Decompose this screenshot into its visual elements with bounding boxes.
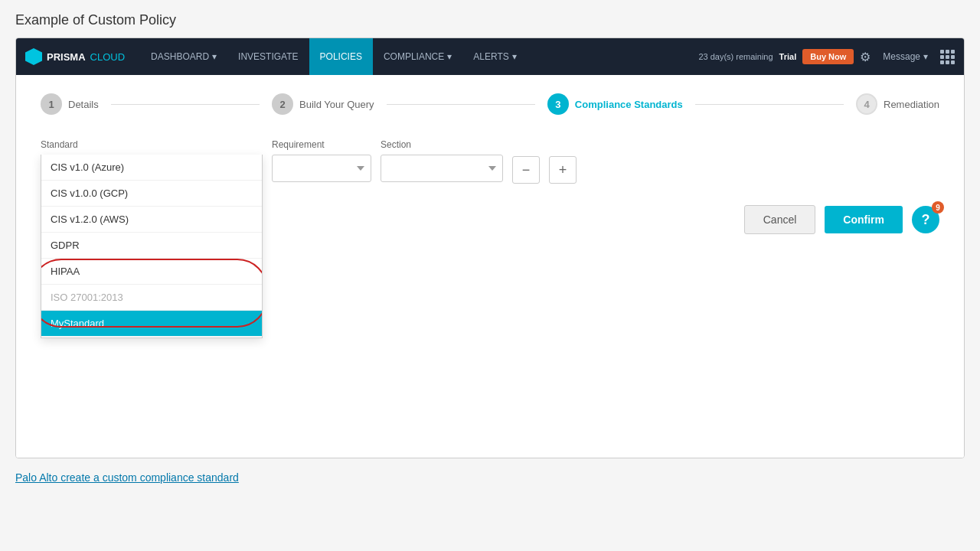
nav-chevron-compliance: ▾ bbox=[447, 51, 452, 62]
help-symbol: ? bbox=[922, 212, 930, 228]
dropdown-item-hipaa[interactable]: HIPAA bbox=[41, 259, 262, 285]
nav-label-policies: POLICIES bbox=[320, 51, 362, 62]
help-button[interactable]: ? 9 bbox=[912, 206, 939, 233]
add-row-button[interactable]: + bbox=[549, 156, 577, 184]
section-select[interactable] bbox=[381, 155, 503, 182]
bottom-link-area: Palo Alto create a custom compliance sta… bbox=[0, 458, 980, 497]
standard-label: Standard bbox=[41, 139, 263, 150]
standard-field-group: Standard ▲ CIS v1.0 (Azure) CIS v1.0.0 (… bbox=[41, 139, 263, 182]
requirement-label: Requirement bbox=[272, 139, 371, 150]
step-4-number: 4 bbox=[864, 99, 869, 110]
step-4-circle: 4 bbox=[856, 93, 877, 115]
section-label: Section bbox=[381, 139, 503, 150]
step-2-circle: 2 bbox=[272, 93, 293, 115]
requirement-field-group: Requirement bbox=[272, 139, 371, 182]
logo-icon bbox=[25, 48, 42, 65]
step-4: 4 Remediation bbox=[856, 93, 939, 115]
step-1-circle: 1 bbox=[41, 93, 62, 115]
logo-prisma-text: PRISMA bbox=[47, 51, 86, 63]
main-content: 1 Details 2 Build Your Query 3 Complianc… bbox=[16, 75, 964, 458]
step-2: 2 Build Your Query bbox=[272, 93, 374, 115]
step-3-number: 3 bbox=[555, 99, 560, 110]
step-2-number: 2 bbox=[279, 99, 285, 110]
username-text: Message bbox=[883, 51, 920, 62]
cancel-button[interactable]: Cancel bbox=[744, 205, 816, 234]
step-1-number: 1 bbox=[48, 99, 54, 110]
step-1-label: Details bbox=[68, 99, 99, 110]
standard-dropdown-list: CIS v1.0 (Azure) CIS v1.0.0 (GCP) CIS v1… bbox=[41, 155, 263, 338]
nav-item-compliance[interactable]: COMPLIANCE ▾ bbox=[373, 38, 462, 75]
step-line-1-2 bbox=[111, 104, 260, 105]
dropdown-item-nist[interactable]: NIST 800-53 Rev 4 bbox=[41, 337, 262, 338]
nav-item-investigate[interactable]: INVESTIGATE bbox=[227, 38, 309, 75]
dropdown-item-cis-azure[interactable]: CIS v1.0 (Azure) bbox=[41, 155, 262, 181]
nav-chevron-alerts: ▾ bbox=[512, 51, 517, 62]
nav-chevron-dashboard: ▾ bbox=[212, 51, 217, 62]
trial-area: 23 day(s) remaining Trial Buy Now bbox=[698, 49, 854, 64]
dropdown-item-gdpr[interactable]: GDPR bbox=[41, 233, 262, 259]
nav-item-alerts[interactable]: ALERTS ▾ bbox=[462, 38, 527, 75]
help-badge: 9 bbox=[932, 201, 944, 214]
step-3-circle: 3 bbox=[547, 93, 569, 115]
dropdown-item-mystandard[interactable]: MyStandard bbox=[41, 311, 262, 337]
section-field-group: Section bbox=[381, 139, 503, 182]
dropdown-item-cis-aws[interactable]: CIS v1.2.0 (AWS) bbox=[41, 207, 262, 233]
form-row: Standard ▲ CIS v1.0 (Azure) CIS v1.0.0 (… bbox=[41, 139, 939, 184]
nav-label-investigate: INVESTIGATE bbox=[238, 51, 298, 62]
browser-frame: PRISMA CLOUD DASHBOARD ▾ INVESTIGATE POL… bbox=[15, 37, 965, 458]
step-4-label: Remediation bbox=[884, 99, 939, 110]
requirement-select[interactable] bbox=[272, 155, 371, 182]
step-line-2-3 bbox=[387, 104, 535, 105]
palo-alto-link[interactable]: Palo Alto create a custom compliance sta… bbox=[15, 471, 239, 484]
trial-days-text: 23 day(s) remaining bbox=[698, 51, 773, 62]
page-title: Example of Custom Policy bbox=[0, 0, 980, 37]
step-3: 3 Compliance Standards bbox=[547, 93, 683, 115]
dropdown-item-iso27001[interactable]: ISO 27001:2013 bbox=[41, 285, 262, 311]
standard-input-wrap: ▲ CIS v1.0 (Azure) CIS v1.0.0 (GCP) CIS … bbox=[41, 155, 263, 182]
user-chevron-icon: ▾ bbox=[923, 51, 928, 62]
step-2-label: Build Your Query bbox=[299, 99, 374, 110]
nav-label-alerts: ALERTS bbox=[473, 51, 508, 62]
stepper: 1 Details 2 Build Your Query 3 Complianc… bbox=[41, 93, 939, 115]
buy-now-button[interactable]: Buy Now bbox=[802, 49, 854, 64]
nav-item-policies[interactable]: POLICIES bbox=[309, 38, 373, 75]
remove-row-button[interactable]: − bbox=[512, 156, 540, 184]
logo-cloud-text: CLOUD bbox=[90, 51, 126, 63]
settings-icon-button[interactable]: ⚙ bbox=[854, 50, 877, 64]
nav-label-dashboard: DASHBOARD bbox=[151, 51, 209, 62]
top-nav: PRISMA CLOUD DASHBOARD ▾ INVESTIGATE POL… bbox=[16, 38, 964, 75]
confirm-button[interactable]: Confirm bbox=[825, 206, 903, 233]
step-1: 1 Details bbox=[41, 93, 99, 115]
grid-apps-icon[interactable] bbox=[940, 50, 955, 64]
dropdown-item-cis-gcp[interactable]: CIS v1.0.0 (GCP) bbox=[41, 181, 262, 207]
trial-label: Trial bbox=[779, 52, 797, 61]
nav-item-dashboard[interactable]: DASHBOARD ▾ bbox=[140, 38, 227, 75]
nav-label-compliance: COMPLIANCE bbox=[384, 51, 444, 62]
step-line-3-4 bbox=[695, 104, 844, 105]
step-3-label: Compliance Standards bbox=[575, 99, 683, 110]
user-menu[interactable]: Message ▾ bbox=[877, 51, 934, 62]
logo: PRISMA CLOUD bbox=[25, 48, 125, 65]
